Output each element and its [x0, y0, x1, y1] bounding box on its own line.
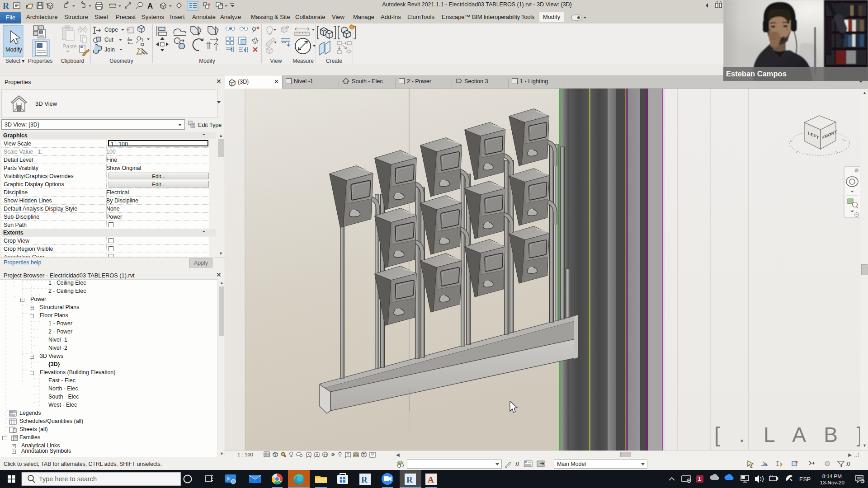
- svg-text:A: A: [147, 2, 153, 10]
- svg-text:Esteban Campos: Esteban Campos: [726, 70, 787, 78]
- svg-text:R: R: [406, 475, 413, 484]
- svg-text:1: 1: [139, 3, 141, 7]
- svg-text::0: :0: [845, 461, 850, 467]
- svg-text:8:14 PM: 8:14 PM: [822, 473, 842, 479]
- svg-text:R: R: [361, 475, 368, 484]
- svg-text:1: 1: [698, 476, 701, 482]
- svg-text:13-Nov-20: 13-Nov-20: [820, 479, 844, 485]
- svg-text:Paste: Paste: [62, 43, 77, 50]
- svg-text:Cut: Cut: [104, 37, 113, 43]
- svg-text:R: R: [3, 1, 9, 11]
- svg-text:[ . L A B ]: [ . L A B ]: [714, 423, 860, 446]
- svg-text:Modify: Modify: [5, 47, 23, 53]
- svg-text:A: A: [428, 475, 434, 484]
- svg-text:ESP: ESP: [799, 476, 811, 483]
- svg-text:Cope: Cope: [104, 27, 118, 33]
- svg-text:Join: Join: [104, 47, 115, 53]
- svg-text:Type here to search: Type here to search: [39, 475, 97, 483]
